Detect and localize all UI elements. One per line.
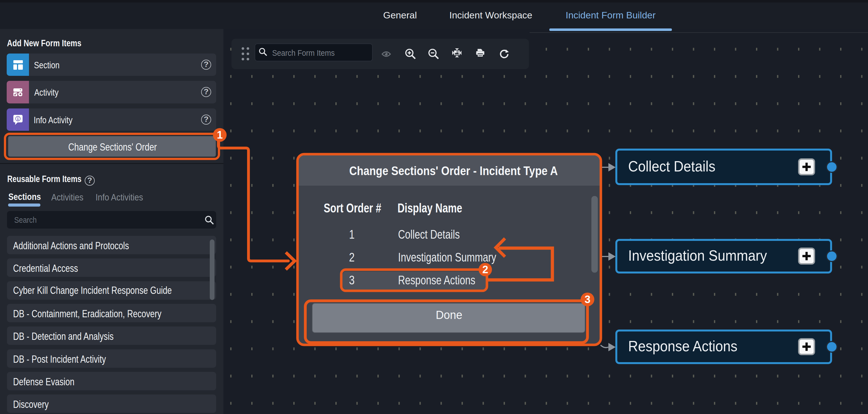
svg-text:3: 3 (584, 294, 590, 305)
svg-text:2: 2 (482, 264, 488, 275)
svg-text:1: 1 (217, 129, 223, 141)
